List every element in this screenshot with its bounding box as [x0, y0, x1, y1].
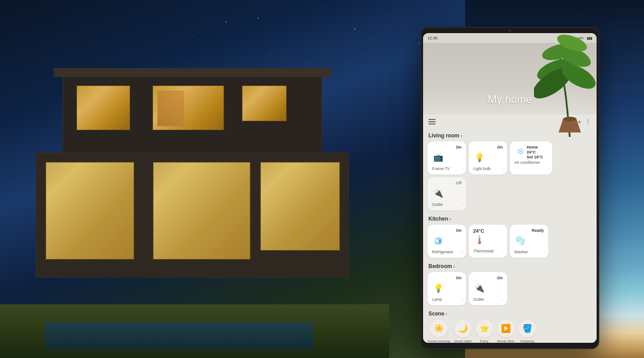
- outlet-bed-name: Outlet: [473, 297, 503, 302]
- washer-name: Washer: [514, 250, 544, 254]
- light-bulb-name: Light bulb: [473, 166, 503, 171]
- outlet-bed-status: On: [473, 276, 503, 280]
- section-kitchen[interactable]: Kitchen ›: [428, 212, 592, 225]
- ac-name: Air conditioner: [514, 160, 548, 165]
- lamp-name: Lamp: [432, 297, 462, 302]
- outlet-lr-chevron: ›: [462, 203, 463, 207]
- device-outlet-bed[interactable]: On 🔌 Outlet ›: [469, 272, 507, 305]
- device-refrigerator[interactable]: On 🧊 Refrigerator ›: [428, 225, 466, 258]
- tablet-screen: 12:45 ●●● WiFi ▮▮▮ My home: [423, 33, 597, 343]
- light-bulb-icon: 💡: [473, 151, 486, 164]
- frame-tv-name: Frame TV: [432, 166, 462, 171]
- lamp-status: On: [432, 276, 462, 280]
- device-outlet-lr[interactable]: Off 🔌 Outlet ›: [428, 177, 466, 210]
- device-thermostat[interactable]: 24°C 🌡️ Thermostat ›: [469, 225, 507, 258]
- bedroom-label: Bedroom: [428, 263, 452, 269]
- outlet-lr-name: Outlet: [432, 202, 462, 207]
- thermostat-status: 24°C: [473, 228, 503, 234]
- scene-label: Scene: [428, 311, 444, 317]
- good-morning-icon: ☀️: [430, 320, 448, 337]
- outlet-bed-icon: 🔌: [473, 282, 486, 294]
- bedroom-devices: On 💡 Lamp › On 🔌 Outlet ›: [428, 272, 592, 305]
- device-lamp[interactable]: On 💡 Lamp ›: [428, 272, 466, 305]
- light-bulb-chevron: ›: [503, 167, 504, 171]
- living-room-devices: On 📺 Frame TV › On 💡 Light bulb › ❄️: [428, 141, 592, 210]
- status-time: 12:45: [428, 36, 438, 40]
- lamp-chevron: ›: [462, 298, 463, 302]
- kitchen-chevron: ›: [449, 217, 451, 222]
- refrigerator-icon: 🧊: [432, 234, 445, 247]
- frame-tv-icon: 📺: [432, 151, 445, 164]
- living-room-chevron: ›: [461, 133, 462, 138]
- menu-icon[interactable]: [428, 119, 436, 124]
- kitchen-devices: On 🧊 Refrigerator › 24°C 🌡️ Thermostat ›…: [428, 225, 592, 258]
- lamp-icon: 💡: [432, 282, 445, 294]
- tablet-device: 12:45 ●●● WiFi ▮▮▮ My home: [420, 27, 599, 349]
- cleaning-icon: 🪣: [518, 320, 536, 337]
- party-icon: ⭐: [475, 320, 493, 337]
- scene-chevron: ›: [445, 311, 447, 316]
- cleaning-label: Cleaning: [520, 339, 534, 343]
- frame-tv-chevron: ›: [462, 167, 463, 171]
- ac-icon: ❄️: [514, 145, 527, 158]
- refrigerator-status: On: [432, 228, 462, 233]
- ac-temp: Home 24°C Set 18°C: [527, 145, 548, 159]
- device-light-bulb[interactable]: On 💡 Light bulb ›: [469, 141, 507, 175]
- scene-cleaning[interactable]: 🪣 Cleaning: [518, 320, 536, 343]
- refrigerator-name: Refrigerator: [432, 250, 462, 254]
- tablet-content: Living room › On 📺 Frame TV › On 💡 Light…: [423, 129, 597, 343]
- outlet-bed-chevron: ›: [503, 298, 504, 302]
- section-bedroom[interactable]: Bedroom ›: [428, 260, 592, 272]
- movie-time-icon: ▶️: [497, 320, 515, 337]
- device-frame-tv[interactable]: On 📺 Frame TV ›: [428, 141, 466, 175]
- outlet-lr-status: Off: [432, 181, 462, 185]
- tablet-camera: [508, 30, 511, 32]
- scene-movie-time[interactable]: ▶️ Movie time: [497, 320, 515, 343]
- washer-status: Ready: [514, 228, 544, 233]
- outlet-lr-icon: 🔌: [432, 187, 445, 200]
- good-night-label: Good night: [454, 339, 471, 343]
- ac-chevron: ›: [548, 167, 550, 171]
- thermostat-name: Thermostat: [473, 249, 503, 253]
- refrigerator-chevron: ›: [462, 250, 463, 254]
- washer-chevron: ›: [544, 250, 546, 254]
- light-bulb-status: On: [473, 145, 503, 149]
- good-morning-label: Good morning: [428, 339, 450, 343]
- svg-point-6: [563, 117, 576, 121]
- party-label: Party: [480, 339, 488, 343]
- device-air-conditioner[interactable]: ❄️ Home 24°C Set 18°C Air conditioner ›: [510, 141, 552, 175]
- scene-good-morning[interactable]: ☀️ Good morning: [428, 320, 450, 343]
- movie-time-label: Movie time: [497, 339, 514, 343]
- washer-icon: 🫧: [514, 234, 527, 247]
- scene-grid: ☀️ Good morning 🌙 Good night ⭐ Party ▶️ …: [428, 320, 592, 343]
- tablet-header: My home: [423, 43, 597, 115]
- good-night-icon: 🌙: [454, 320, 472, 337]
- living-room-label: Living room: [428, 132, 459, 139]
- frame-tv-status: On: [432, 145, 462, 149]
- device-washer[interactable]: Ready 🫧 Washer ›: [510, 225, 548, 258]
- section-scene[interactable]: Scene ›: [428, 307, 592, 320]
- kitchen-label: Kitchen: [428, 216, 448, 222]
- scene-good-night[interactable]: 🌙 Good night: [454, 320, 472, 343]
- house-scene: [0, 45, 389, 358]
- bedroom-chevron: ›: [453, 264, 455, 269]
- thermostat-chevron: ›: [503, 250, 504, 254]
- scene-party[interactable]: ⭐ Party: [475, 320, 493, 343]
- plant-decoration: [534, 33, 597, 137]
- thermostat-icon: 🌡️: [473, 234, 486, 246]
- home-title: My home: [488, 93, 532, 106]
